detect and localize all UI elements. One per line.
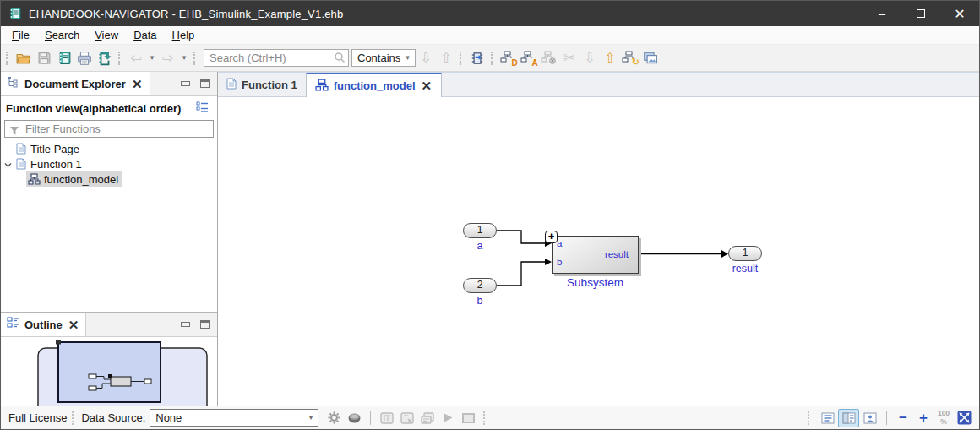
inport-block-2[interactable]: 2 bbox=[463, 278, 497, 293]
measurement-remove-button[interactable] bbox=[397, 409, 417, 427]
scope-up-button[interactable]: ⇧ bbox=[436, 48, 456, 68]
function-view-title: Function view(alphabetical order) bbox=[6, 102, 181, 115]
open-handbook-icon bbox=[57, 51, 72, 65]
expand-subsystem-badge[interactable]: + bbox=[545, 231, 558, 243]
zoom-100-button[interactable]: 100% bbox=[934, 409, 954, 427]
forward-icon: ⇨ bbox=[162, 52, 173, 65]
open-button[interactable] bbox=[14, 48, 34, 68]
back-button[interactable]: ⇦ bbox=[126, 48, 146, 68]
back-history-button[interactable]: ▾ bbox=[146, 48, 158, 68]
tree-item-label: Function 1 bbox=[30, 158, 82, 171]
split-view-button[interactable] bbox=[838, 409, 859, 427]
tab-function-1[interactable]: Function 1 bbox=[218, 73, 306, 96]
tree-item-title-page[interactable]: Title Page bbox=[1, 141, 217, 156]
chevron-down-icon: ▾ bbox=[309, 414, 313, 422]
inport-number: 2 bbox=[477, 279, 483, 291]
search-icon bbox=[334, 52, 346, 67]
outline-thumbnail[interactable] bbox=[1, 337, 217, 406]
measure-remove-icon bbox=[400, 412, 414, 424]
print-button[interactable] bbox=[74, 48, 95, 68]
export-up-button[interactable]: ⇧ bbox=[600, 48, 620, 68]
inport-label-a: a bbox=[463, 240, 497, 252]
close-icon[interactable]: ✕ bbox=[68, 318, 80, 331]
forward-button[interactable]: ⇨ bbox=[158, 48, 178, 68]
document-explorer-tab-label: Document Explorer bbox=[24, 78, 126, 90]
toolbar-grip bbox=[118, 52, 122, 65]
measure-icon bbox=[380, 412, 394, 424]
subsystem-name: Subsystem bbox=[535, 276, 656, 289]
tree-reload-button[interactable]: ↻ bbox=[620, 48, 640, 68]
toolbar-grip bbox=[6, 52, 10, 65]
view-menu-icon[interactable] bbox=[196, 101, 212, 116]
fit-screen-button[interactable] bbox=[954, 409, 974, 427]
forward-history-button[interactable]: ▾ bbox=[178, 48, 190, 68]
menu-file[interactable]: File bbox=[4, 27, 37, 43]
tree-item-label: function_model bbox=[44, 173, 118, 186]
maximize-button[interactable] bbox=[901, 1, 940, 26]
outport-block[interactable]: 1 bbox=[728, 246, 762, 261]
tree-item-label: Title Page bbox=[30, 143, 79, 155]
minimize-panel-icon[interactable] bbox=[181, 322, 190, 327]
selected-tree-item: function_model bbox=[26, 171, 122, 187]
zoom-out-button[interactable]: − bbox=[893, 409, 913, 427]
model-canvas[interactable]: 1 a 2 b a b result + Subsystem 1 result bbox=[218, 97, 979, 406]
data-source-select[interactable]: None ▾ bbox=[150, 409, 318, 427]
titlebar: EHANDBOOK-NAVIGATOR - EHB_Simulink_Examp… bbox=[1, 1, 979, 26]
tree-remove-button[interactable] bbox=[539, 48, 559, 68]
minimize-panel-icon[interactable] bbox=[181, 81, 190, 86]
tree-item-function-model[interactable]: function_model bbox=[1, 171, 217, 187]
text-view-button[interactable] bbox=[817, 409, 838, 427]
function-tree: Title Page Function 1 function_model bbox=[1, 141, 217, 187]
document-explorer-tab[interactable]: Document Explorer ✕ bbox=[1, 72, 150, 95]
close-icon[interactable]: ✕ bbox=[131, 78, 144, 90]
data-source-value: None bbox=[155, 411, 182, 424]
close-icon[interactable]: ✕ bbox=[421, 79, 433, 92]
outline-tab[interactable]: Outline ✕ bbox=[1, 313, 86, 336]
measurement-button[interactable] bbox=[377, 409, 397, 427]
data-source-label: Data Source: bbox=[81, 411, 145, 424]
zoom-in-button[interactable]: + bbox=[913, 409, 934, 427]
contains-dropdown[interactable]: Contains ▾ bbox=[351, 49, 416, 67]
save-button[interactable] bbox=[34, 48, 54, 68]
subsystem-port-result: result bbox=[605, 249, 629, 259]
menu-search[interactable]: Search bbox=[37, 27, 87, 43]
scope-down-button[interactable]: ⇩ bbox=[416, 48, 436, 68]
close-button[interactable]: ✕ bbox=[940, 1, 979, 26]
chevron-expanded-icon[interactable] bbox=[4, 158, 12, 171]
close-handbook-button[interactable] bbox=[95, 48, 115, 68]
database-button[interactable] bbox=[344, 409, 364, 427]
person-view-button[interactable] bbox=[859, 409, 880, 427]
cut-button[interactable]: ✂ bbox=[559, 48, 580, 68]
model-navigation-button[interactable] bbox=[467, 48, 487, 68]
play-icon bbox=[443, 412, 454, 423]
tab-function-model[interactable]: function_model ✕ bbox=[306, 73, 442, 97]
tree-display-button[interactable]: D bbox=[498, 48, 519, 68]
search-input[interactable] bbox=[204, 49, 349, 67]
main-area: Document Explorer ✕ Function view(alphab… bbox=[1, 72, 979, 406]
images-button[interactable] bbox=[640, 48, 661, 68]
open-handbook-button[interactable] bbox=[54, 48, 74, 68]
tree-annotation-button[interactable]: A bbox=[519, 48, 539, 68]
subsystem-block[interactable]: a b result bbox=[552, 236, 639, 274]
play-button[interactable] bbox=[438, 409, 458, 427]
menu-help[interactable]: Help bbox=[165, 27, 203, 43]
filter-functions-input[interactable] bbox=[4, 120, 214, 138]
inport-block-1[interactable]: 1 bbox=[463, 223, 497, 238]
model-chip-icon bbox=[470, 51, 485, 66]
outline-tab-label: Outline bbox=[24, 318, 63, 331]
screen-button[interactable] bbox=[458, 409, 478, 427]
settings-button[interactable] bbox=[324, 409, 344, 427]
app-window: EHANDBOOK-NAVIGATOR - EHB_Simulink_Examp… bbox=[0, 0, 980, 430]
filter-funnel-icon bbox=[9, 124, 19, 139]
measurement-layers-button[interactable] bbox=[417, 409, 438, 427]
minimize-icon: – bbox=[879, 7, 885, 20]
close-handbook-icon bbox=[97, 51, 112, 66]
maximize-panel-icon[interactable] bbox=[200, 320, 210, 329]
menu-data[interactable]: Data bbox=[126, 27, 164, 43]
maximize-panel-icon[interactable] bbox=[200, 79, 210, 88]
menu-view[interactable]: View bbox=[87, 27, 126, 43]
minimize-button[interactable]: – bbox=[863, 1, 901, 26]
outline-minimap bbox=[1, 337, 217, 406]
tree-item-function-1[interactable]: Function 1 bbox=[1, 156, 217, 171]
import-button[interactable]: ⇩ bbox=[580, 48, 600, 68]
